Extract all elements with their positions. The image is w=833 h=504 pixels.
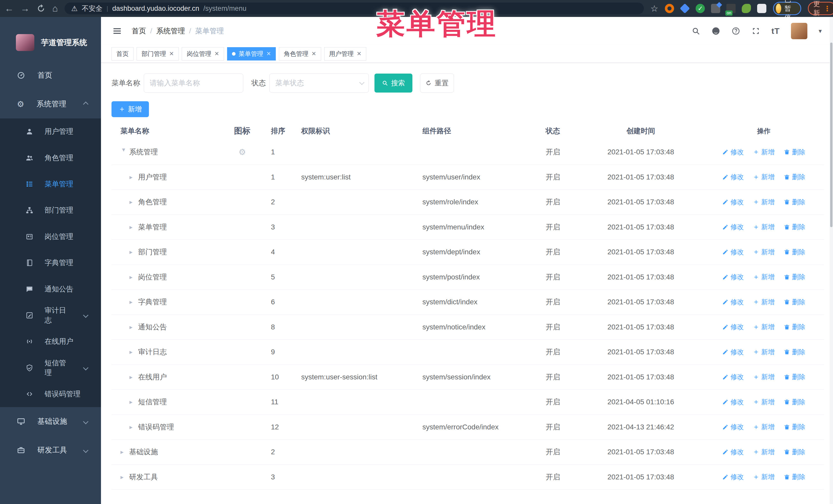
bookmark-star-icon[interactable]: ☆ [650, 3, 658, 14]
sidebar-item-审计日志[interactable]: 审计日志 [0, 302, 101, 329]
delete-link[interactable]: 删除 [784, 272, 805, 282]
user-avatar[interactable] [791, 23, 807, 39]
delete-link[interactable]: 删除 [784, 248, 805, 257]
edit-link[interactable]: 修改 [722, 322, 744, 332]
close-icon[interactable]: ✕ [311, 50, 316, 57]
add-link[interactable]: 新增 [753, 347, 775, 357]
edit-link[interactable]: 修改 [722, 172, 744, 182]
edit-link[interactable]: 修改 [722, 148, 744, 157]
sidebar-item-通知公告[interactable]: 通知公告 [0, 276, 101, 302]
extension-icon[interactable] [742, 4, 751, 13]
text-size-icon[interactable]: tT [771, 26, 780, 36]
back-icon[interactable]: ← [5, 3, 14, 14]
add-link[interactable]: 新增 [753, 272, 775, 282]
add-link[interactable]: 新增 [753, 373, 775, 381]
edit-link[interactable]: 修改 [722, 347, 744, 357]
add-link[interactable]: 新增 [753, 222, 775, 232]
edit-link[interactable]: 修改 [722, 398, 744, 407]
close-icon[interactable]: ✕ [214, 50, 219, 57]
tag-菜单管理[interactable]: 菜单管理✕ [227, 47, 276, 61]
add-link[interactable]: 新增 [753, 448, 775, 457]
edit-link[interactable]: 修改 [722, 248, 744, 257]
address-bar[interactable]: ⚠ 不安全 | dashboard.yudao.iocoder.cn/syste… [65, 3, 644, 14]
puzzle-extension-icon[interactable] [757, 4, 766, 13]
edit-link[interactable]: 修改 [722, 448, 744, 457]
expand-arrow-icon[interactable]: ▸ [129, 424, 138, 431]
expand-arrow-icon[interactable]: ▸ [129, 399, 138, 406]
github-icon[interactable] [712, 27, 720, 35]
extension-icon[interactable]: ✓ [696, 4, 705, 13]
breadcrumb-home[interactable]: 首页 [132, 26, 146, 36]
tag-岗位管理[interactable]: 岗位管理✕ [182, 47, 224, 61]
sidebar-item-部门管理[interactable]: 部门管理 [0, 197, 101, 223]
extension-icon[interactable] [711, 4, 720, 13]
add-link[interactable]: 新增 [753, 322, 775, 332]
delete-link[interactable]: 删除 [784, 373, 805, 381]
delete-link[interactable]: 删除 [784, 448, 805, 457]
edit-link[interactable]: 修改 [722, 198, 744, 207]
close-icon[interactable]: ✕ [266, 50, 271, 57]
sidebar-item-基础设施[interactable]: 基础设施 [0, 407, 101, 436]
help-icon[interactable] [732, 27, 740, 35]
sidebar-item-系统管理[interactable]: ⚙系统管理 [0, 90, 101, 118]
expand-arrow-icon[interactable]: ▸ [120, 149, 128, 158]
add-link[interactable]: 新增 [753, 423, 775, 431]
sidebar-item-岗位管理[interactable]: 岗位管理 [0, 223, 101, 250]
scrollbar-thumb[interactable] [830, 43, 832, 227]
expand-arrow-icon[interactable]: ▸ [129, 198, 138, 206]
close-icon[interactable]: ✕ [357, 50, 361, 57]
expand-arrow-icon[interactable]: ▸ [129, 273, 138, 281]
tag-首页[interactable]: 首页 [112, 47, 134, 61]
expand-arrow-icon[interactable]: ▸ [120, 474, 129, 481]
delete-link[interactable]: 删除 [784, 423, 805, 431]
edit-link[interactable]: 修改 [722, 272, 744, 282]
sidebar-item-研发工具[interactable]: 研发工具 [0, 436, 101, 464]
chevron-down-icon[interactable]: ▾ [819, 27, 822, 34]
tag-角色管理[interactable]: 角色管理✕ [279, 47, 321, 61]
hamburger-icon[interactable] [112, 26, 122, 36]
reset-button[interactable]: 重置 [420, 74, 454, 93]
edit-link[interactable]: 修改 [722, 373, 744, 381]
add-link[interactable]: 新增 [753, 198, 775, 207]
breadcrumb-system[interactable]: 系统管理 [156, 26, 185, 36]
tag-用户管理[interactable]: 用户管理✕ [324, 47, 366, 61]
extension-icon[interactable] [665, 4, 674, 13]
sidebar-item-错误码管理[interactable]: 错误码管理 [0, 381, 101, 407]
delete-link[interactable]: 删除 [784, 473, 805, 481]
tag-部门管理[interactable]: 部门管理✕ [137, 47, 178, 61]
expand-arrow-icon[interactable]: ▸ [120, 448, 129, 456]
fullscreen-icon[interactable] [752, 27, 760, 35]
sidebar-item-字典管理[interactable]: 字典管理 [0, 250, 101, 276]
browser-update-button[interactable]: 更新 ⋮ [808, 2, 833, 15]
edit-link[interactable]: 修改 [722, 222, 744, 232]
expand-arrow-icon[interactable]: ▸ [129, 298, 138, 306]
delete-link[interactable]: 删除 [784, 347, 805, 357]
expand-arrow-icon[interactable]: ▸ [129, 248, 138, 256]
app-logo[interactable]: 芋道管理系统 [0, 17, 101, 61]
delete-link[interactable]: 删除 [784, 297, 805, 307]
add-link[interactable]: 新增 [753, 398, 775, 407]
sidebar-item-用户管理[interactable]: 用户管理 [0, 118, 101, 145]
search-icon[interactable] [691, 27, 700, 35]
expand-arrow-icon[interactable]: ▸ [129, 349, 138, 356]
expand-arrow-icon[interactable]: ▸ [129, 374, 138, 381]
close-icon[interactable]: ✕ [169, 50, 174, 57]
sidebar-item-角色管理[interactable]: 角色管理 [0, 145, 101, 171]
reload-icon[interactable] [37, 4, 46, 13]
delete-link[interactable]: 删除 [784, 322, 805, 332]
home-icon[interactable]: ⌂ [52, 3, 58, 14]
edit-link[interactable]: 修改 [722, 423, 744, 431]
sidebar-item-菜单管理[interactable]: 菜单管理 [0, 171, 101, 197]
extension-icon[interactable] [680, 3, 690, 14]
add-link[interactable]: 新增 [753, 473, 775, 481]
add-link[interactable]: 新增 [753, 148, 775, 157]
paused-badge[interactable]: 已暂停 [773, 2, 801, 15]
status-select[interactable]: 菜单状态 [269, 74, 369, 93]
kebab-menu-icon[interactable]: ⋮ [824, 4, 831, 13]
sidebar-item-在线用户[interactable]: 在线用户 [0, 329, 101, 355]
expand-arrow-icon[interactable]: ▸ [129, 323, 138, 331]
delete-link[interactable]: 删除 [784, 398, 805, 407]
add-button[interactable]: 新增 [112, 101, 149, 117]
extension-icon[interactable] [727, 4, 736, 13]
edit-link[interactable]: 修改 [722, 297, 744, 307]
